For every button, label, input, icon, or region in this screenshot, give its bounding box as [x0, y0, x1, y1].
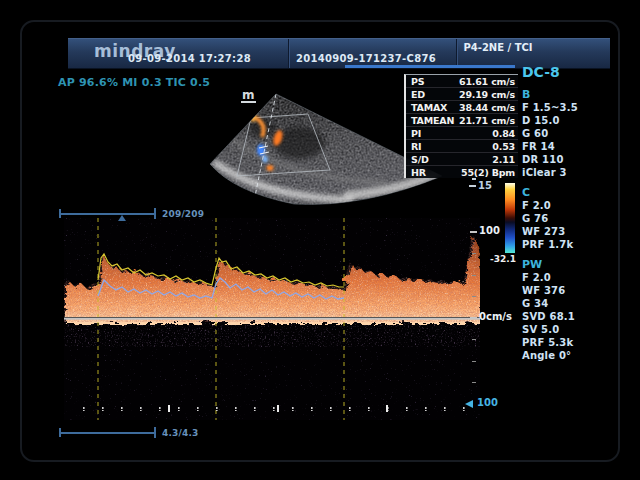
pw-param: Angle 0°: [522, 349, 622, 362]
measurement-results-panel: PS61.61 cm/s ED29.19 cm/s TAMAX38.44 cm/…: [404, 74, 518, 178]
b-param: iClear 3: [522, 166, 622, 179]
cine-frame-progress-bar[interactable]: 209/209: [56, 205, 256, 221]
axis-tick: [470, 317, 477, 319]
b-param: F 1.5~3.5: [522, 101, 622, 114]
parameter-sidebar: DC-8 B F 1.5~3.5 D 15.0 G 60 FR 14 DR 11…: [522, 64, 622, 362]
color-mode-section-title: C: [522, 186, 622, 199]
b-param: G 60: [522, 127, 622, 140]
c-param: PRF 1.7k: [522, 238, 622, 251]
pw-param: G 34: [522, 297, 622, 310]
topbar-accent-line: [345, 65, 515, 68]
axis-tick: [472, 296, 476, 297]
orientation-marker: m: [241, 90, 256, 103]
pw-spectrogram: [64, 218, 480, 420]
axis-tick: [470, 231, 477, 233]
scale-marker-icon: [465, 400, 473, 408]
depth-ruler: 15: [464, 174, 508, 200]
loop-marker-icon[interactable]: [118, 215, 126, 221]
cine-time-counter: 4.3/4.3: [162, 428, 199, 438]
axis-tick: [472, 275, 476, 276]
b-param: D 15.0: [522, 114, 622, 127]
system-model-label: DC-8: [522, 64, 622, 81]
progress-end-cap: [154, 208, 156, 219]
pw-param: PRF 5.3k: [522, 336, 622, 349]
c-param: F 2.0: [522, 199, 622, 212]
measurement-row: S/D2.11: [406, 153, 518, 166]
pw-mode-section-title: PW: [522, 258, 622, 271]
measurement-row: TAMAX38.44 cm/s: [406, 101, 518, 114]
cine-frame-counter: 209/209: [162, 209, 204, 219]
measurement-row: TAMEAN21.71 cm/s: [406, 114, 518, 127]
progress-track[interactable]: [60, 432, 155, 434]
pw-param: SVD 68.1: [522, 310, 622, 323]
system-datetime: 09-09-2014 17:27:28: [128, 53, 251, 64]
c-param: G 76: [522, 212, 622, 225]
probe-preset-label[interactable]: P4-2NE / TCI: [428, 42, 568, 53]
measurement-row: RI0.53: [406, 140, 518, 153]
measurement-row: PS61.61 cm/s: [406, 75, 518, 88]
c-param: WF 273: [522, 225, 622, 238]
depth-max-label: 15: [478, 180, 492, 191]
doppler-baseline[interactable]: [64, 318, 480, 320]
axis-tick: [472, 382, 476, 383]
pw-param: WF 376: [522, 284, 622, 297]
progress-end-cap: [154, 427, 156, 438]
measurement-row: PI0.84: [406, 127, 518, 140]
axis-tick: [472, 339, 476, 340]
pw-param: SV 5.0: [522, 323, 622, 336]
cine-time-progress-bar[interactable]: 4.3/4.3: [56, 424, 256, 440]
progress-track[interactable]: [60, 213, 155, 215]
acoustic-output-readout: AP 96.6% MI 0.3 TIC 0.5: [58, 76, 210, 89]
exam-id: 20140909-171237-C876: [296, 53, 436, 64]
b-param: DR 110: [522, 153, 622, 166]
velocity-min-label: 100: [477, 397, 498, 408]
ultrasound-screen: mindray 09-09-2014 17:27:28 20140909-171…: [0, 0, 640, 480]
topbar-divider: [288, 39, 289, 68]
pw-param: F 2.0: [522, 271, 622, 284]
axis-tick: [472, 361, 476, 362]
velocity-axis: 100 0cm/s 100: [464, 218, 514, 420]
b-mode-section-title: B: [522, 88, 622, 101]
measurement-row: ED29.19 cm/s: [406, 88, 518, 101]
depth-tick: [469, 185, 476, 187]
velocity-max-label: 100: [479, 225, 500, 236]
b-param: FR 14: [522, 140, 622, 153]
depth-tick: [472, 178, 476, 180]
axis-tick: [472, 253, 476, 254]
velocity-baseline-label: 0cm/s: [479, 311, 512, 322]
